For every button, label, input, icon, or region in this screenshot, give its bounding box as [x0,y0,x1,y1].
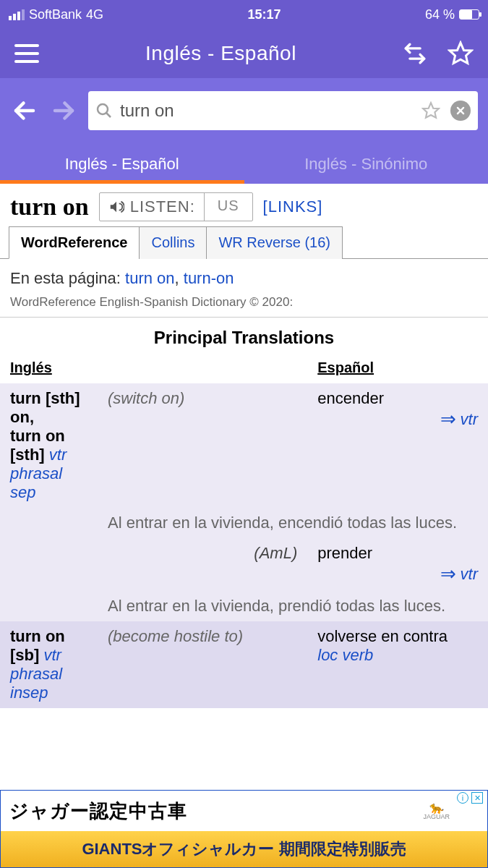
swap-icon[interactable] [403,41,427,66]
example-sentence: Al entrar en la vivienda, prendió todas … [108,597,478,616]
translation: prender [317,544,372,562]
conjugate-icon[interactable]: ⇒ [440,563,456,585]
ad-brand-logo: 🐆JAGUAR [423,802,450,820]
on-page-label: En esta página: [10,269,121,287]
network-label: 4G [86,7,103,22]
translation: encender [317,389,384,407]
content-area: turn on LISTEN: US [LINKS] WordReference… [0,184,488,708]
example-sentence: Al entrar en la vivienda, encendió todas… [108,514,478,532]
svg-marker-5 [423,103,439,118]
region-label: (AmL) [254,544,297,562]
tab-collins[interactable]: Collins [139,226,207,259]
entry-term: turn [sth] on, [10,389,80,426]
conjugate-icon[interactable]: ⇒ [440,408,456,430]
ad-headline: ジャガー認定中古車 [9,799,187,824]
source-tabs: WordReference Collins WR Reverse (16) [0,226,488,259]
tab-wr-reverse[interactable]: WR Reverse (16) [206,226,342,259]
status-bar: SoftBank 4G 15:17 64 % [0,0,488,29]
battery-percent: 64 % [425,7,455,22]
back-button[interactable] [10,96,39,125]
adchoices-icon[interactable]: i [457,792,468,804]
listen-group: LISTEN: US [99,192,253,221]
signal-icon [9,9,25,20]
search-input[interactable] [120,101,414,121]
on-page-row: En esta página: turn on, turn-on [0,259,488,292]
col-header-en: Inglés [0,355,98,383]
search-box[interactable] [88,91,478,130]
translation-pos[interactable]: loc verb [317,646,373,664]
on-page-link-2[interactable]: turn-on [184,269,234,287]
ad-subline: GIANTSオフィシャルカー 期間限定特別販売 [1,831,487,867]
translation: volverse en contra [317,627,448,645]
svg-point-3 [98,104,108,114]
clear-button[interactable] [450,101,471,121]
section-title: Principal Translations [0,317,488,355]
table-row: turn on [sb] vtr phrasal insep (become h… [0,621,488,708]
ad-controls[interactable]: i ✕ [457,792,483,804]
tab-wordreference[interactable]: WordReference [9,226,140,259]
alt-translation-row: (AmL) prender ⇒ vtr [0,538,488,591]
copyright-text: WordReference English-Spanish Dictionary… [0,292,488,317]
app-bar: Inglés - Español [0,29,488,78]
tab-synonym[interactable]: Inglés - Sinónimo [244,143,489,184]
headword: turn on [10,193,89,221]
forward-button[interactable] [49,96,78,125]
example-row: Al entrar en la vivienda, encendió todas… [0,508,488,538]
listen-button[interactable]: LISTEN: [100,193,204,221]
app-title: Inglés - Español [145,42,296,65]
definition: (switch on) [108,389,184,407]
translation-pos[interactable]: vtr [461,565,478,584]
battery-icon [459,9,479,20]
translation-pos[interactable]: vtr [461,410,478,429]
svg-marker-0 [450,43,471,64]
definition: (become hostile to) [108,627,243,645]
star-icon[interactable] [448,41,474,67]
tab-translation[interactable]: Inglés - Español [0,143,244,184]
dictionary-tabs: Inglés - Español Inglés - Sinónimo [0,143,488,184]
on-page-link-1[interactable]: turn on [125,269,175,287]
nav-row [0,78,488,143]
example-row: Al entrar en la vivienda, prendió todas … [0,591,488,621]
table-row: turn [sth] on, turn on [sth] vtr phrasal… [0,383,488,508]
menu-button[interactable] [14,44,39,63]
col-header-es: Español [307,355,488,383]
ad-close-icon[interactable]: ✕ [471,792,483,804]
carrier-label: SoftBank [29,7,82,22]
accent-selector[interactable]: US [205,193,252,221]
favorite-icon[interactable] [421,101,440,120]
listen-label: LISTEN: [130,197,195,216]
ad-banner[interactable]: i ✕ ジャガー認定中古車 🐆JAGUAR GIANTSオフィシャルカー 期間限… [0,790,488,868]
links-button[interactable]: [LINKS] [263,197,323,216]
clock: 15:17 [247,7,281,22]
translations-table: Inglés Español turn [sth] on, turn on [s… [0,355,488,708]
speaker-icon [108,199,124,215]
search-icon [95,102,113,119]
svg-line-4 [106,113,111,117]
